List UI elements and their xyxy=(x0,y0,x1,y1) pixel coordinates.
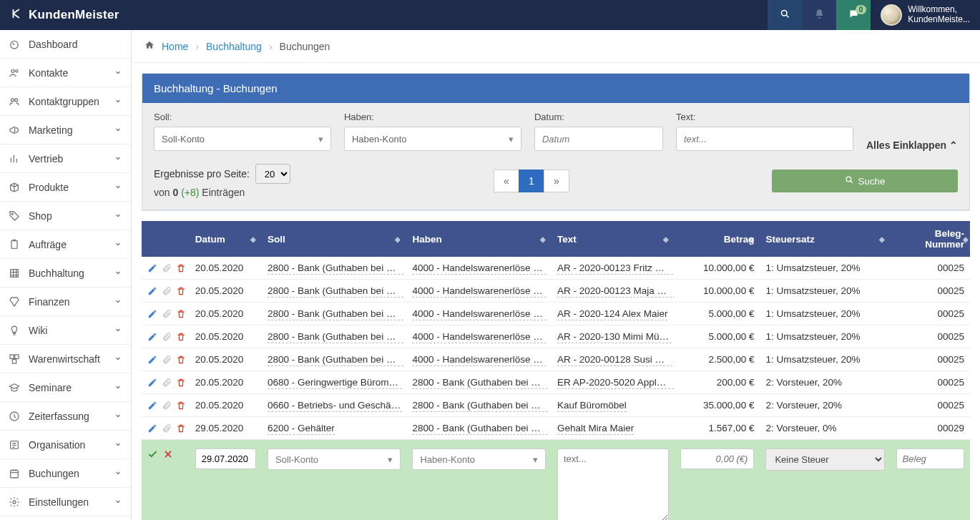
edit-date-input[interactable] xyxy=(195,448,256,469)
delete-row-button[interactable] xyxy=(176,423,186,433)
edit-text-textarea[interactable] xyxy=(557,448,669,520)
cell-soll: 2800 - Bank (Guthaben bei Kr... xyxy=(262,280,406,303)
delete-row-button[interactable] xyxy=(176,308,186,319)
sidebar-item-shop[interactable]: Shop xyxy=(0,202,131,230)
edit-row-button[interactable] xyxy=(147,377,157,388)
delete-row-button[interactable] xyxy=(176,377,186,388)
edit-amount-input[interactable] xyxy=(680,448,754,469)
crumb-section[interactable]: Buchhaltung xyxy=(206,41,262,52)
messages-button[interactable]: 0 xyxy=(836,0,871,30)
sidebar-item-aufträge[interactable]: Aufträge xyxy=(0,230,131,259)
haben-select[interactable]: Haben-Konto ▾ xyxy=(344,127,521,151)
edit-row-button[interactable] xyxy=(147,285,157,296)
edit-haben-select[interactable]: Haben-Konto▾ xyxy=(412,448,545,470)
delete-row-button[interactable] xyxy=(176,354,186,365)
cell-datum: 20.05.2020 xyxy=(190,325,262,348)
col-haben[interactable]: Haben◆ xyxy=(406,221,551,257)
search-button[interactable]: Suche xyxy=(772,170,958,192)
edit-row-button[interactable] xyxy=(147,308,157,319)
sidebar-item-produkte[interactable]: Produkte xyxy=(0,173,131,202)
sort-icon: ◆ xyxy=(540,235,546,243)
sidebar-item-warenwirtschaft[interactable]: Warenwirtschaft xyxy=(0,345,131,373)
collapse-all-toggle[interactable]: Alles Einklappen ⌃ xyxy=(866,138,958,151)
attach-row-button[interactable] xyxy=(162,354,172,365)
brand[interactable]: KundenMeister xyxy=(0,7,129,24)
svg-point-5 xyxy=(15,99,18,102)
table-row: 20.05.20202800 - Bank (Guthaben bei Kr..… xyxy=(142,303,970,325)
sidebar-item-finanzen[interactable]: Finanzen xyxy=(0,288,131,316)
sort-icon: ◆ xyxy=(395,235,401,243)
sidebar-item-buchungen[interactable]: Buchungen xyxy=(0,459,131,488)
chevron-right-icon: › xyxy=(195,41,199,52)
edit-row-button[interactable] xyxy=(147,400,157,411)
col-text[interactable]: Text◆ xyxy=(552,221,675,257)
cell-datum: 20.05.2020 xyxy=(190,394,262,417)
edit-row-button[interactable] xyxy=(147,423,157,433)
notifications-button[interactable] xyxy=(802,0,836,30)
pager-prev[interactable]: « xyxy=(494,170,519,192)
sidebar-item-einstellungen[interactable]: Einstellungen xyxy=(0,488,131,516)
cancel-button[interactable] xyxy=(162,448,173,459)
sidebar-item-label: Dashboard xyxy=(29,39,122,50)
delete-row-button[interactable] xyxy=(176,285,186,296)
soll-select[interactable]: Soll-Konto ▾ xyxy=(154,127,331,151)
sidebar-item-wiki[interactable]: Wiki xyxy=(0,316,131,345)
delete-row-button[interactable] xyxy=(176,400,186,411)
content: Home › Buchhaltung › Buchungen Buchhaltu… xyxy=(132,30,980,520)
text-input[interactable] xyxy=(676,127,853,151)
col-soll[interactable]: Soll◆ xyxy=(262,221,406,257)
sidebar-item-zeiterfassung[interactable]: Zeiterfassung xyxy=(0,402,131,431)
avatar[interactable] xyxy=(881,4,902,26)
sidebar-item-seminare[interactable]: Seminare xyxy=(0,373,131,402)
sidebar-item-dashboard[interactable]: Dashboard xyxy=(0,30,131,59)
chevron-down-icon xyxy=(114,411,122,422)
users-icon xyxy=(9,67,21,79)
sort-icon: ◆ xyxy=(663,235,669,243)
cell-beleg: 00025 xyxy=(891,371,970,394)
chevron-down-icon xyxy=(114,124,122,136)
attach-row-button[interactable] xyxy=(162,285,172,296)
confirm-button[interactable] xyxy=(147,448,158,459)
pager-next[interactable]: » xyxy=(544,170,569,192)
col-betrag[interactable]: Betrag◆ xyxy=(675,221,760,257)
sidebar-item-buchhaltung[interactable]: Buchhaltung xyxy=(0,259,131,288)
cell-steuersatz: 1: Umsatzsteuer, 20% xyxy=(760,257,890,280)
cell-betrag: 200,00 € xyxy=(675,371,760,394)
cell-steuersatz: 2: Vorsteuer, 20% xyxy=(760,394,890,417)
attach-row-button[interactable] xyxy=(162,400,172,411)
table-row: 20.05.20202800 - Bank (Guthaben bei Kr..… xyxy=(142,348,970,371)
chevron-down-icon xyxy=(114,182,122,193)
sidebar-item-label: Marketing xyxy=(29,124,107,136)
clipboard-icon xyxy=(9,239,21,250)
delete-row-button[interactable] xyxy=(176,263,186,273)
col-steuersatz[interactable]: Steuersatz◆ xyxy=(760,221,890,257)
sidebar-item-kontaktgruppen[interactable]: Kontaktgruppen xyxy=(0,87,131,116)
datum-label: Datum: xyxy=(534,112,663,122)
delete-row-button[interactable] xyxy=(176,331,186,342)
col-beleg[interactable]: Beleg-Nummer◆ xyxy=(891,221,970,257)
pager-page-1[interactable]: 1 xyxy=(519,170,544,192)
new-entry-row: Soll-Konto▾Haben-Konto▾Keine Steuer xyxy=(142,440,970,521)
sidebar-item-vertrieb[interactable]: Vertrieb xyxy=(0,144,131,173)
sidebar-item-organisation[interactable]: Organisation xyxy=(0,431,131,459)
attach-row-button[interactable] xyxy=(162,308,172,319)
svg-point-2 xyxy=(11,69,14,72)
edit-row-button[interactable] xyxy=(147,354,157,365)
sidebar-item-kontakte[interactable]: Kontakte xyxy=(0,59,131,87)
perpage-select[interactable]: 20 xyxy=(255,164,290,184)
edit-soll-select[interactable]: Soll-Konto▾ xyxy=(268,448,401,470)
datum-input[interactable] xyxy=(534,127,663,151)
edit-row-button[interactable] xyxy=(147,331,157,342)
sidebar-item-marketing[interactable]: Marketing xyxy=(0,116,131,144)
edit-tax-select[interactable]: Keine Steuer xyxy=(765,448,884,471)
cell-betrag: 5.000,00 € xyxy=(675,325,760,348)
col-datum[interactable]: Datum◆ xyxy=(190,221,262,257)
attach-row-button[interactable] xyxy=(162,423,172,433)
attach-row-button[interactable] xyxy=(162,331,172,342)
attach-row-button[interactable] xyxy=(162,263,172,273)
global-search-button[interactable] xyxy=(768,0,802,30)
attach-row-button[interactable] xyxy=(162,377,172,388)
crumb-home[interactable]: Home xyxy=(162,41,188,52)
edit-row-button[interactable] xyxy=(147,263,157,273)
edit-beleg-input[interactable] xyxy=(896,448,964,469)
